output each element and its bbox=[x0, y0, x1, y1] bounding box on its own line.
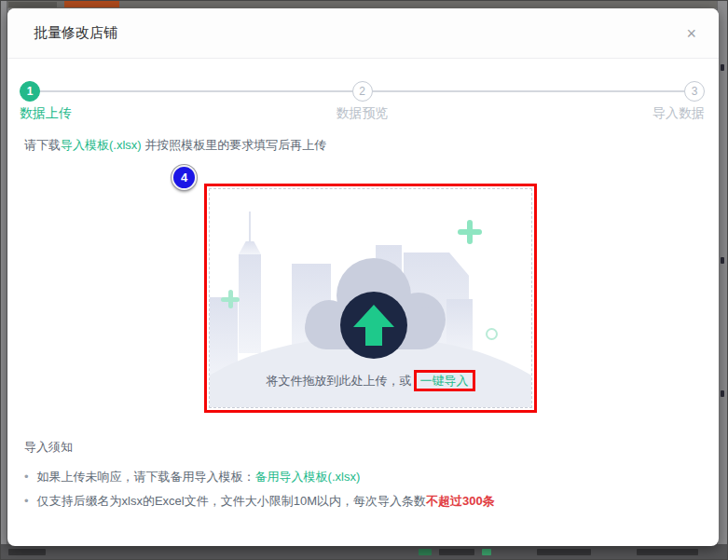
step-2-circle: 2 bbox=[352, 81, 373, 102]
notice-item-text: 仅支持后缀名为xlsx的Excel文件，文件大小限制10M以内，每次导入条数 bbox=[37, 494, 426, 508]
upload-area-annotation-box: 将文件拖放到此处上传，或一键导入 bbox=[204, 184, 537, 413]
stepper-track: 1 2 3 bbox=[20, 81, 705, 102]
template-instruction: 请下载导入模板(.xlsx) 并按照模板里的要求填写后再上传 bbox=[24, 137, 326, 154]
screenshot-frame: 批量修改店铺 × 1 2 3 数据上传 数据预览 导入数据 请下载导入模板(.x… bbox=[0, 0, 728, 560]
instruction-suffix: 并按照模板里的要求填写后再上传 bbox=[142, 138, 327, 152]
building-antenna-illustration bbox=[249, 212, 251, 243]
background-scroll-mark bbox=[721, 257, 724, 264]
background-text-fragment bbox=[537, 549, 591, 555]
background-tab-fragment bbox=[8, 2, 57, 7]
stepper-labels: 数据上传 数据预览 导入数据 bbox=[20, 105, 705, 122]
notice-item-text: 如果上传未响应，请下载备用导入模板： bbox=[37, 470, 255, 484]
close-icon[interactable]: × bbox=[686, 25, 696, 42]
dialog-title: 批量修改店铺 bbox=[34, 24, 117, 42]
plus-decoration-icon bbox=[458, 220, 482, 244]
drop-hint-row: 将文件拖放到此处上传，或一键导入 bbox=[210, 373, 531, 389]
drop-hint-text: 将文件拖放到此处上传，或 bbox=[267, 374, 412, 388]
step-3-circle: 3 bbox=[684, 81, 705, 102]
step-2-label: 数据预览 bbox=[248, 105, 476, 122]
stepper-connector bbox=[373, 90, 685, 92]
backup-template-link[interactable]: 备用导入模板(.xlsx) bbox=[255, 470, 361, 484]
notice-title: 导入须知 bbox=[24, 439, 73, 456]
instruction-prefix: 请下载 bbox=[24, 138, 61, 152]
building-illustration bbox=[239, 241, 261, 254]
circle-decoration-icon bbox=[486, 328, 498, 340]
background-text-fragment bbox=[637, 549, 698, 555]
background-top-strip bbox=[1, 1, 727, 8]
step-3-label: 导入数据 bbox=[476, 105, 705, 122]
one-click-import-link[interactable]: 一键导入 bbox=[414, 370, 475, 391]
notice-list: 如果上传未响应，请下载备用导入模板：备用导入模板(.xlsx) 仅支持后缀名为x… bbox=[24, 465, 700, 513]
background-green-fragment bbox=[419, 549, 432, 555]
background-text-fragment bbox=[8, 549, 46, 555]
dialog-header: 批量修改店铺 × bbox=[7, 8, 719, 59]
background-orange-fragment bbox=[64, 1, 119, 7]
stepper-connector bbox=[40, 90, 352, 92]
background-scroll-mark bbox=[721, 64, 724, 71]
background-green-fragment bbox=[482, 549, 491, 555]
upload-dropzone[interactable]: 将文件拖放到此处上传，或一键导入 bbox=[209, 188, 532, 408]
building-illustration bbox=[239, 254, 261, 353]
plus-decoration-icon bbox=[221, 290, 240, 308]
batch-edit-shop-dialog: 批量修改店铺 × 1 2 3 数据上传 数据预览 导入数据 请下载导入模板(.x… bbox=[7, 8, 719, 546]
step-1-label: 数据上传 bbox=[20, 105, 248, 122]
background-text-fragment bbox=[439, 549, 474, 555]
background-bottom-strip bbox=[1, 544, 727, 559]
notice-item: 如果上传未响应，请下载备用导入模板：备用导入模板(.xlsx) bbox=[24, 465, 700, 489]
step-1-circle: 1 bbox=[20, 81, 40, 102]
annotation-badge-4: 4 bbox=[172, 165, 197, 190]
notice-item: 仅支持后缀名为xlsx的Excel文件，文件大小限制10M以内，每次导入条数不超… bbox=[24, 489, 700, 513]
notice-item-warning: 不超过300条 bbox=[426, 494, 495, 508]
cloud-upload-icon bbox=[297, 254, 450, 381]
background-left-edge bbox=[1, 1, 7, 559]
background-scroll-mark bbox=[721, 390, 724, 397]
download-template-link[interactable]: 导入模板(.xlsx) bbox=[61, 138, 142, 152]
